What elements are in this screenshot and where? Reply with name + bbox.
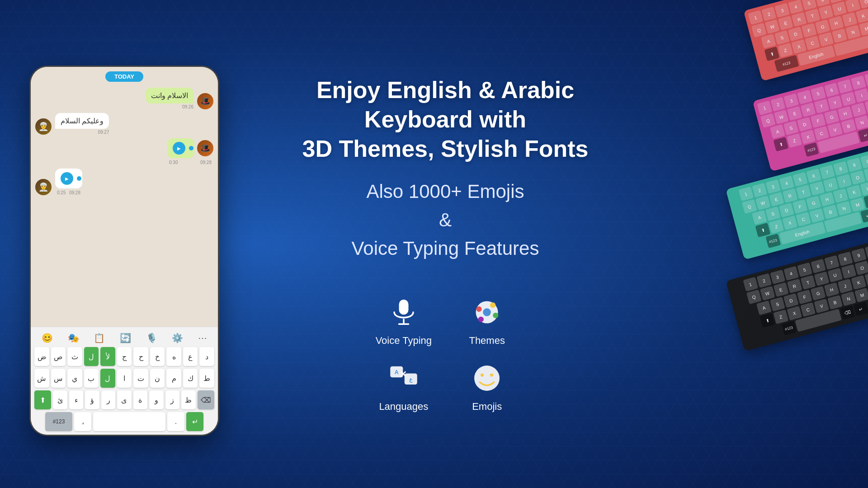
voice-typing-icon xyxy=(386,294,422,330)
right-section: 1234567890 QWERTYUIOP ASDFGHJKL ⬆ZXCVBNM… xyxy=(642,0,868,488)
keyboard-toolbar: 😊 🎭 📋 🔄 🎙️ ⚙️ ⋯ xyxy=(34,331,214,347)
today-badge: TODAY xyxy=(105,71,143,82)
key-tha[interactable]: ث xyxy=(67,347,82,366)
keyboard-theme-red: 1234567890 QWERTYUIOP ASDFGHJKL ⬆ZXCVBNM… xyxy=(744,0,868,81)
keyboard-row-4: #123 ، . ↵ xyxy=(34,412,214,431)
key-hamza[interactable]: ء xyxy=(69,390,83,409)
play-button-left[interactable]: ▶ xyxy=(61,172,73,185)
key-ain[interactable]: ع xyxy=(183,347,198,366)
keyboard-row-3: ⬆ ئ ء ؤ ر ى ة و ز ظ ⌫ xyxy=(34,390,214,409)
key-space[interactable] xyxy=(93,412,165,431)
svg-point-8 xyxy=(478,317,484,322)
more-toolbar-icon[interactable]: ⋯ xyxy=(198,333,207,343)
languages-icon: A ع xyxy=(386,360,422,396)
keyboard-theme-pink: 1234567890 QWERTYUIOP ASDFGHJKL ⬆ZXCVBNM… xyxy=(753,64,868,171)
themes-container: 1234567890 QWERTYUIOP ASDFGHJKL ⬆ZXCVBNM… xyxy=(642,0,868,488)
emojis-icon xyxy=(469,360,505,396)
key-lam[interactable]: ل xyxy=(84,347,99,366)
key-enter[interactable]: ↵ xyxy=(186,412,203,431)
voice-typing-label: Voice Typing xyxy=(376,335,432,347)
chat-area: TODAY الاسلام وانت 09:26 🎩 👳 xyxy=(31,67,218,327)
svg-point-15 xyxy=(474,366,500,391)
key-zain[interactable]: ز xyxy=(165,390,179,409)
themes-label: Themes xyxy=(469,335,505,347)
svg-point-16 xyxy=(481,374,484,377)
key-he[interactable]: ه xyxy=(166,347,181,366)
key-ya[interactable]: ي xyxy=(67,369,82,388)
key-ta[interactable]: ت xyxy=(133,369,148,388)
translate-toolbar-icon[interactable]: 🔄 xyxy=(120,333,131,343)
svg-point-6 xyxy=(490,302,495,308)
key-alef2[interactable]: ى xyxy=(117,390,131,409)
keyboard-row-1: ض ص ث ل لأ ج ح خ ه ع د xyxy=(34,347,214,366)
key-ta3[interactable]: ة xyxy=(133,390,147,409)
key-waw2[interactable]: و xyxy=(149,390,163,409)
mic-toolbar-icon[interactable]: 🎙️ xyxy=(146,333,157,343)
key-lam2[interactable]: ل xyxy=(100,369,115,388)
avatar-voice-right: 🎩 xyxy=(197,140,213,156)
emoji-toolbar-icon[interactable]: 😊 xyxy=(42,333,53,343)
key-meem[interactable]: م xyxy=(166,369,181,388)
key-comma[interactable]: ، xyxy=(74,412,91,431)
headline: Enjoy English & ArabicKeyboard with3D Th… xyxy=(302,75,589,164)
svg-point-7 xyxy=(493,313,498,318)
subheadline: Also 1000+ Emojis&Voice Typing Features xyxy=(352,177,539,263)
key-seen[interactable]: س xyxy=(51,369,66,388)
svg-text:ع: ع xyxy=(409,376,413,383)
languages-svg: A ع xyxy=(388,362,420,394)
key-period[interactable]: . xyxy=(167,412,184,431)
key-la[interactable]: لأ xyxy=(100,347,115,366)
avatar-right: 🎩 xyxy=(197,93,213,109)
avatar-voice-left: 👳 xyxy=(35,179,52,195)
key-numbers[interactable]: #123 xyxy=(45,412,72,431)
waveform-progress-left xyxy=(77,176,81,181)
key-dad[interactable]: ض xyxy=(34,347,49,366)
features-grid: Voice Typing Themes A xyxy=(376,294,515,413)
emojis-label: Emojis xyxy=(472,401,502,413)
keyboard-area: 😊 🎭 📋 🔄 🎙️ ⚙️ ⋯ ض ص ث ل ل xyxy=(31,327,218,435)
themes-icon xyxy=(469,294,505,330)
voice-bubble-left: ▶ xyxy=(55,169,82,188)
play-button-right[interactable]: ▶ xyxy=(173,142,185,155)
key-jeem[interactable]: ج xyxy=(117,347,132,366)
key-ta2[interactable]: ط xyxy=(199,369,214,388)
waveform-progress-right xyxy=(189,146,193,150)
svg-rect-0 xyxy=(399,300,408,314)
key-ha[interactable]: ح xyxy=(133,347,148,366)
phone-screen: TODAY الاسلام وانت 09:26 🎩 👳 xyxy=(31,67,218,435)
chat-bubble-left: وعليكم السلام xyxy=(55,113,109,129)
clipboard-toolbar-icon[interactable]: 📋 xyxy=(94,333,105,343)
feature-emojis: Emojis xyxy=(459,360,515,413)
message-left-1: 👳 وعليكم السلام 09:27 xyxy=(35,113,213,135)
key-noon[interactable]: ن xyxy=(150,369,165,388)
chat-bubble-right: الاسلام وانت xyxy=(146,88,193,103)
key-waw[interactable]: ؤ xyxy=(85,390,99,409)
center-section: Enjoy English & ArabicKeyboard with3D Th… xyxy=(249,0,642,488)
key-ya2[interactable]: ئ xyxy=(53,390,67,409)
phone-mockup: TODAY الاسلام وانت 09:26 🎩 👳 xyxy=(29,66,219,436)
key-ba[interactable]: ب xyxy=(84,369,99,388)
mic-svg xyxy=(388,296,420,328)
settings-toolbar-icon[interactable]: ⚙️ xyxy=(172,333,183,343)
sticker-toolbar-icon[interactable]: 🎭 xyxy=(68,333,79,343)
key-kha[interactable]: خ xyxy=(150,347,165,366)
key-backspace[interactable]: ⌫ xyxy=(198,390,214,409)
languages-label: Languages xyxy=(379,401,428,413)
key-alef[interactable]: ا xyxy=(117,369,132,388)
key-dha[interactable]: ظ xyxy=(181,390,195,409)
voice-message-left: 👳 ▶ 0:25 09:28 xyxy=(35,169,213,195)
feature-languages: A ع Languages xyxy=(376,360,432,413)
key-dad2[interactable]: د xyxy=(199,347,214,366)
svg-text:A: A xyxy=(395,369,399,375)
key-shift[interactable]: ⬆ xyxy=(34,390,51,409)
key-sheen[interactable]: ش xyxy=(34,369,49,388)
key-kaf[interactable]: ك xyxy=(183,369,198,388)
emoji-svg xyxy=(471,362,503,394)
key-ra[interactable]: ر xyxy=(101,390,115,409)
key-sad[interactable]: ص xyxy=(51,347,66,366)
voice-message-right: ▶ 🎩 0:30 09:28 xyxy=(35,138,213,165)
keyboard-rows: ض ص ث ل لأ ج ح خ ه ع د ش xyxy=(34,347,214,431)
svg-point-4 xyxy=(483,308,491,316)
svg-point-17 xyxy=(490,374,493,377)
voice-bubble-right: ▶ xyxy=(167,138,194,158)
